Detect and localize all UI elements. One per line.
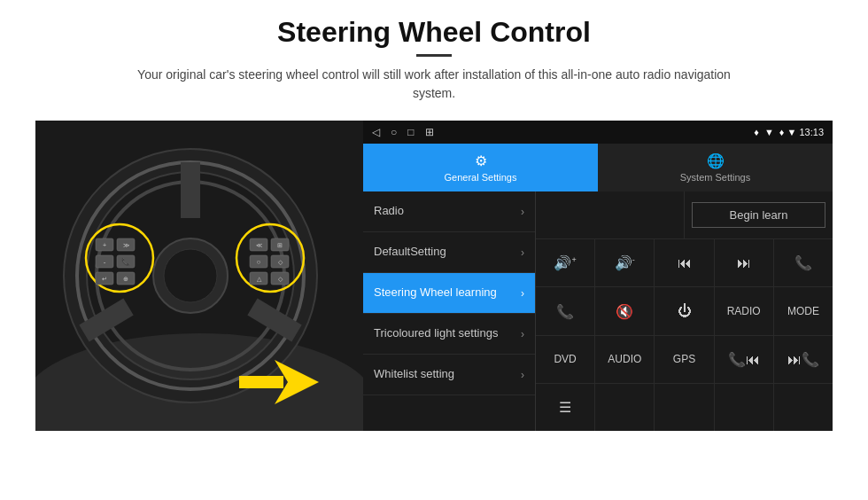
menu-item-whitelist[interactable]: Whitelist setting ›	[363, 355, 535, 395]
phone-prev-icon: 📞⏮	[728, 351, 760, 368]
menu-default-label: DefaultSetting	[374, 245, 521, 260]
menu-item-steering[interactable]: Steering Wheel learning ›	[363, 273, 535, 314]
svg-text:📞: 📞	[121, 257, 130, 266]
chevron-icon: ›	[521, 206, 524, 218]
status-right: ♦ ▼ ♦ ▼ 13:13	[754, 127, 824, 137]
empty-5-5	[774, 384, 833, 431]
page-subtitle: Your original car's steering wheel contr…	[124, 66, 744, 103]
radio-label: RADIO	[727, 305, 761, 317]
gps-icon: ♦	[754, 127, 759, 137]
begin-learn-cell[interactable]: Begin learn	[685, 191, 833, 238]
svg-text:○: ○	[257, 258, 261, 266]
control-row-3: 📞 🔇 ⏻ RADIO MODE	[536, 287, 833, 335]
svg-text:+: +	[103, 242, 106, 248]
tab-system-label: System Settings	[680, 172, 750, 183]
clock: ♦ ▼ 13:13	[779, 127, 824, 137]
empty-5-3	[655, 384, 714, 431]
menu-item-radio[interactable]: Radio ›	[363, 191, 535, 232]
phone-icon: 📞	[794, 254, 812, 271]
menu-radio-label: Radio	[374, 204, 521, 219]
vol-down-cell[interactable]: 🔊-	[595, 239, 655, 286]
menu-item-tricolour[interactable]: Tricoloured light settings ›	[363, 314, 535, 355]
title-section: Steering Wheel Control Your original car…	[124, 16, 744, 113]
svg-text:≪: ≪	[256, 242, 262, 248]
svg-point-10	[164, 249, 217, 302]
menu-tricolour-label: Tricoloured light settings	[374, 326, 521, 341]
svg-text:-: -	[104, 258, 106, 266]
empty-cell	[536, 191, 685, 238]
home-icon[interactable]: ○	[391, 126, 397, 138]
steering-wheel-panel: + ≫ - 📞 ↵ ⊕ ≪ ⊞ ○ ◇ △ ◇	[35, 121, 363, 431]
begin-learn-button[interactable]: Begin learn	[692, 202, 825, 228]
mute-icon: 🔇	[616, 303, 633, 320]
mode-cell[interactable]: MODE	[774, 287, 833, 334]
answer-call-cell[interactable]: 📞	[536, 287, 595, 334]
empty-5-4	[715, 384, 774, 431]
vol-down-icon: 🔊-	[615, 254, 635, 271]
svg-text:⊞: ⊞	[277, 242, 283, 248]
page-title: Steering Wheel Control	[124, 16, 744, 49]
control-row-2: 🔊+ 🔊- ⏮ ⏭ 📞	[536, 239, 833, 287]
svg-rect-38	[239, 376, 283, 388]
menu-steering-label: Steering Wheel learning	[374, 285, 521, 301]
svg-text:≫: ≫	[123, 242, 129, 248]
prev-track-icon: ⏮	[678, 255, 692, 271]
radio-cell[interactable]: RADIO	[715, 287, 774, 334]
control-row-1: Begin learn	[536, 191, 833, 239]
phone-cell[interactable]: 📞	[774, 239, 833, 286]
tab-bar: ⚙ General Settings 🌐 System Settings	[363, 144, 833, 191]
prev-track-cell[interactable]: ⏮	[655, 239, 714, 286]
audio-cell[interactable]: AUDIO	[595, 336, 655, 383]
recents-icon[interactable]: □	[407, 126, 414, 138]
audio-label: AUDIO	[608, 353, 641, 365]
chevron-icon: ›	[521, 287, 524, 300]
title-divider	[416, 54, 452, 57]
status-bar: ◁ ○ □ ⊞ ♦ ▼ ♦ ▼ 13:13	[363, 121, 833, 144]
dvd-label: DVD	[554, 353, 576, 365]
tab-general[interactable]: ⚙ General Settings	[363, 144, 598, 191]
power-icon: ⏻	[678, 303, 692, 319]
gear-icon: ⚙	[475, 152, 487, 169]
menu-item-default[interactable]: DefaultSetting ›	[363, 232, 535, 273]
chevron-icon: ›	[521, 369, 524, 381]
tab-system[interactable]: 🌐 System Settings	[598, 144, 833, 191]
wifi-icon: ▼	[764, 127, 774, 137]
control-row-5: ☰	[536, 384, 833, 431]
menu-cell[interactable]: ☰	[536, 384, 595, 431]
dvd-cell[interactable]: DVD	[536, 336, 595, 383]
system-icon: 🌐	[707, 152, 725, 169]
answer-call-icon: 📞	[556, 303, 574, 320]
chevron-icon: ›	[521, 246, 524, 259]
svg-text:⊕: ⊕	[123, 276, 128, 282]
gps-cell[interactable]: GPS	[655, 336, 714, 383]
svg-text:↵: ↵	[102, 276, 107, 282]
status-icons-left: ◁ ○ □ ⊞	[372, 126, 434, 138]
back-icon[interactable]: ◁	[372, 126, 380, 138]
android-panel: ◁ ○ □ ⊞ ♦ ▼ ♦ ▼ 13:13 ⚙ General Settings	[363, 121, 833, 431]
content-area: + ≫ - 📞 ↵ ⊕ ≪ ⊞ ○ ◇ △ ◇	[35, 121, 833, 431]
vol-up-icon: 🔊+	[554, 254, 576, 271]
control-panel: Begin learn 🔊+ 🔊- ⏮	[536, 191, 833, 431]
vol-up-cell[interactable]: 🔊+	[536, 239, 595, 286]
page-container: Steering Wheel Control Your original car…	[0, 0, 868, 500]
gps-label: GPS	[673, 353, 695, 365]
phone-next-icon: ⏭📞	[787, 351, 819, 368]
chevron-icon: ›	[521, 328, 524, 340]
menu-list: Radio › DefaultSetting › Steering Wheel …	[363, 191, 536, 431]
phone-next-cell[interactable]: ⏭📞	[774, 336, 833, 383]
empty-5-2	[595, 384, 655, 431]
power-cell[interactable]: ⏻	[655, 287, 714, 334]
menu-icon[interactable]: ⊞	[425, 126, 434, 138]
main-content: Radio › DefaultSetting › Steering Wheel …	[363, 191, 833, 431]
phone-prev-cell[interactable]: 📞⏮	[715, 336, 774, 383]
tab-general-label: General Settings	[445, 172, 517, 183]
next-track-icon: ⏭	[737, 255, 751, 271]
mute-cell[interactable]: 🔇	[595, 287, 655, 334]
control-row-4: DVD AUDIO GPS 📞⏮ ⏭📞	[536, 336, 833, 384]
burger-menu-icon: ☰	[559, 399, 571, 416]
next-track-cell[interactable]: ⏭	[715, 239, 774, 286]
mode-label: MODE	[787, 305, 819, 317]
menu-whitelist-label: Whitelist setting	[374, 367, 521, 382]
